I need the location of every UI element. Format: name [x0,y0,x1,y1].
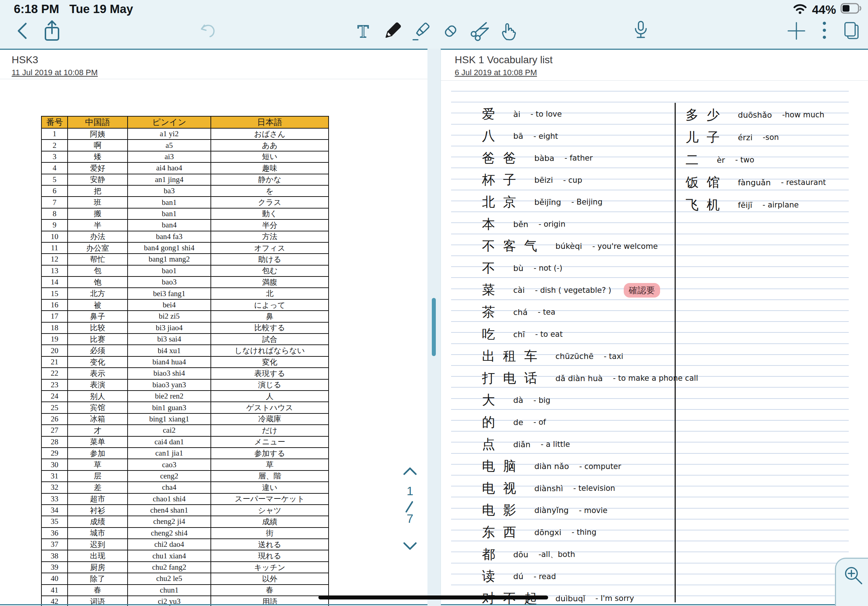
table-header-cell: 日本語 [211,116,329,128]
chevron-down-icon [403,541,417,551]
entry-pinyin: duōshǎo [738,110,772,119]
table-cell: 爱好 [68,162,127,174]
more-options-button[interactable] [813,20,835,42]
lasso-scissors-tool-button[interactable] [468,20,491,42]
magnifier-zoom-button[interactable] [835,558,868,606]
table-cell: 街 [211,527,329,539]
table-cell: 人 [211,391,329,402]
table-cell: an1 jing4 [127,174,211,185]
table-cell: 成績 [211,516,329,527]
table-cell: chu2 fang2 [127,562,211,573]
entry-gloss: - restaurant [781,178,826,187]
table-cell: 冷蔵庫 [211,413,329,425]
table-cell: ai3 [127,151,211,162]
page-number-current: 1 [400,484,420,498]
entry-gloss: -son [763,133,779,142]
table-row: 17鼻子bi2 zi5鼻 [42,311,329,322]
table-row: 38出现chu1 xian4現れる [42,550,329,561]
table-cell: 28 [42,436,68,448]
table-row: 4爱好ai4 hao4趣味 [42,162,329,174]
table-row: 3矮ai3短い [42,151,329,162]
table-cell: 参加する [211,448,329,459]
table-row: 31层ceng2層、階 [42,470,329,482]
table-cell: 变化 [68,356,127,368]
table-cell: 24 [42,391,68,402]
table-cell: 菜单 [68,436,127,448]
entry-pinyin: èr [717,156,725,165]
table-cell: 22 [42,368,68,379]
battery-icon [840,3,863,17]
divider-scroll-handle[interactable] [432,298,436,356]
table-cell: 2 [42,139,68,151]
text-tool-button[interactable]: T [352,20,374,42]
table-row: 34衬衫chen4 shan1シャツ [42,505,329,516]
page-up-button[interactable] [403,466,417,478]
table-cell: bie2 ren2 [127,391,211,402]
left-page-date-link[interactable]: 11 Jul 2019 at 10:08 PM [12,68,98,77]
table-row: 39厨房chu2 fang2キッチン [42,562,329,573]
highlighter-tool-button[interactable] [410,20,432,42]
table-cell: 違い [211,482,329,493]
table-cell: biao3 yan3 [127,379,211,391]
svg-text:T: T [357,21,369,42]
table-cell: だけ [211,425,329,436]
table-row: 19比赛bi3 sai4試合 [42,334,329,345]
table-cell: 草 [68,459,127,470]
eraser-tool-button[interactable] [439,20,462,42]
table-cell: 37 [42,539,68,550]
wifi-icon [792,2,808,17]
table-cell: 29 [42,448,68,459]
table-cell: 17 [42,311,68,322]
page-down-button[interactable] [403,541,417,553]
scissors-icon [468,20,490,42]
table-cell: ban1 [127,196,211,208]
table-cell: bi3 jiao4 [127,322,211,334]
table-header-cell: 番号 [42,116,68,128]
table-cell: 16 [42,299,68,311]
table-cell: 5 [42,174,68,185]
app-screen: 6:18 PM Tue 19 May 44% [0,0,868,606]
table-cell: 試合 [211,334,329,345]
table-cell: 班 [68,196,127,208]
table-row: 21变化bian4 hua4変化 [42,356,329,368]
entry-pinyin: érzi [738,133,752,142]
undo-button[interactable] [196,20,219,42]
back-button[interactable] [11,20,33,42]
table-cell: 35 [42,516,68,527]
add-page-button[interactable] [785,20,808,42]
table-cell: 演じる [211,379,329,391]
table-cell: 18 [42,322,68,334]
table-cell: 出现 [68,550,127,561]
table-cell: 啊 [68,139,127,151]
table-cell: bang1 mang2 [127,254,211,265]
table-cell: chun1 [127,584,211,596]
table-row: 11办公室ban4 gong1 shi4オフィス [42,242,329,254]
microphone-button[interactable] [629,20,652,42]
ink-strikethrough-stroke [318,595,548,600]
table-cell: ceng2 [127,470,211,482]
table-cell: chu1 xian4 [127,550,211,561]
hand-pointer-tool-button[interactable] [497,20,520,42]
table-cell: 迟到 [68,539,127,550]
pen-icon [381,20,403,42]
table-cell: 32 [42,482,68,493]
table-cell: 包む [211,265,329,277]
table-cell: bi2 zi5 [127,311,211,322]
table-cell: bin1 guan3 [127,402,211,413]
table-cell: 春 [211,584,329,596]
table-cell: 超市 [68,493,127,505]
table-cell: 12 [42,254,68,265]
table-cell: biao3 shi4 [127,368,211,379]
table-row: 5安静an1 jing4静かな [42,174,329,185]
table-cell: 4 [42,162,68,174]
table-cell: しなければならない [211,345,329,356]
table-cell: cha4 [127,482,211,493]
left-note-panel: HSK3 11 Jul 2019 at 10:08 PM 番号中国語ピンイン日本… [0,49,429,606]
share-button[interactable] [41,20,63,42]
pen-tool-button[interactable] [381,20,403,42]
table-cell: 鼻子 [68,311,127,322]
table-row: 22表示biao3 shi4表現する [42,368,329,379]
pages-overview-button[interactable] [840,20,863,42]
table-cell: 北 [211,288,329,299]
share-icon [42,20,62,42]
